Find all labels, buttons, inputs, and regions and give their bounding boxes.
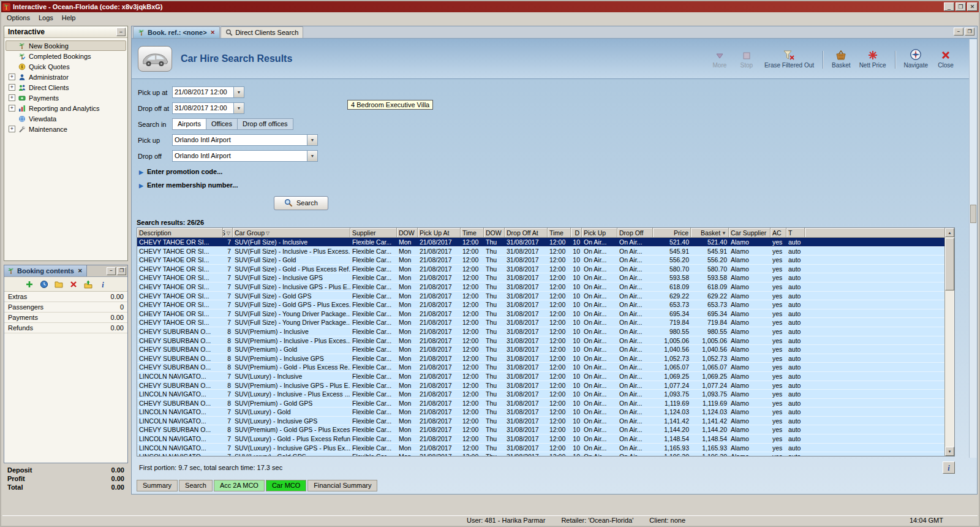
table-row[interactable]: LINCOLN NAVIGATO...7SUV(Luxury) - Gold G… (137, 452, 944, 456)
table-row[interactable]: CHEVY TAHOE OR SI...7SUV(Full Size) - Go… (137, 265, 944, 274)
table-row[interactable]: CHEVY TAHOE OR SI...7SUV(Full Size) - In… (137, 273, 944, 282)
panel-restore-button[interactable]: ❐ (117, 267, 126, 275)
table-row[interactable]: CHEVY SUBURBAN O...8SUV(Premium) - Inclu… (137, 354, 944, 363)
column-header-ac[interactable]: AC (771, 228, 786, 238)
menu-logs[interactable]: Logs (34, 13, 58, 23)
export-button[interactable] (83, 279, 93, 289)
sidebar-item-new-booking[interactable]: New Booking (6, 40, 126, 51)
table-row[interactable]: CHEVY TAHOE OR SI...7SUV(Full Size) - Go… (137, 300, 944, 309)
booking-contents-tab[interactable]: Booking contents ✕ (4, 265, 87, 276)
search-button[interactable]: Search (274, 196, 328, 210)
scrollbar-thumb[interactable] (945, 238, 954, 290)
table-row[interactable]: CHEVY TAHOE OR SI...7SUV(Full Size) - Yo… (137, 309, 944, 319)
table-row[interactable]: CHEVY SUBURBAN O...8SUV(Premium) - Inclu… (137, 336, 944, 346)
close-button[interactable]: Close (937, 48, 955, 69)
table-row[interactable]: CHEVY SUBURBAN O...8SUV(Premium) - Gold … (137, 425, 944, 434)
pickup-location-combobox[interactable]: Orlando Intl Airport (172, 134, 318, 146)
expander-icon[interactable]: + (9, 105, 15, 112)
expander-icon[interactable]: + (9, 126, 15, 132)
delete-button[interactable] (69, 279, 78, 289)
column-header-supplier[interactable]: Supplier (350, 228, 397, 238)
table-row[interactable]: CHEVY TAHOE OR SI...7SUV(Full Size) - In… (137, 238, 944, 247)
content-scrollbar[interactable] (969, 39, 977, 458)
sidebar-item-completed-bookings[interactable]: Completed Bookings (6, 51, 126, 61)
search-in-tab-offices[interactable]: Offices (206, 118, 238, 130)
sidebar-item-reporting-and-analytics[interactable]: +Reporting and Analytics (6, 103, 126, 113)
search-in-tab-drop-off-offices[interactable]: Drop off offices (237, 118, 293, 130)
maximize-button[interactable]: ❐ (956, 2, 966, 11)
table-row[interactable]: CHEVY SUBURBAN O...8SUV(Premium) - GoldF… (137, 345, 944, 354)
erase-filtered-out-button[interactable]: Erase Filtered Out (764, 48, 814, 69)
sidebar-item-quick-quotes[interactable]: Quick Quotes (6, 61, 126, 72)
sidebar-item-viewdata[interactable]: Viewdata (6, 113, 126, 124)
dropoff-at-combobox[interactable]: 31/08/2017 12:00 (172, 102, 244, 114)
tab-book-ref-none[interactable]: Book. ref.: <none>✕ (133, 26, 220, 38)
search-in-tab-airports[interactable]: Airports (172, 118, 206, 130)
minimize-button[interactable]: _ (944, 2, 954, 11)
column-header-time[interactable]: Time (548, 228, 571, 238)
chevron-down-icon[interactable] (307, 135, 317, 145)
menu-options[interactable]: Options (2, 13, 34, 23)
column-header-car-supplier[interactable]: Car Supplier (729, 228, 771, 238)
table-row[interactable]: CHEVY SUBURBAN O...8SUV(Premium) - Gold … (137, 363, 944, 372)
filter-icon[interactable]: ▽ (227, 230, 230, 236)
dropoff-location-combobox[interactable]: Orlando Intl Airport (172, 150, 318, 162)
table-row[interactable]: CHEVY TAHOE OR SI...7SUV(Full Size) - In… (137, 247, 944, 256)
table-row[interactable]: CHEVY TAHOE OR SI...7SUV(Full Size) - Go… (137, 292, 944, 301)
tab-direct-clients-search[interactable]: Direct Clients Search (221, 26, 303, 38)
info-button[interactable]: i (943, 461, 955, 474)
column-header-drop-off-at[interactable]: Drop Off At (505, 228, 548, 238)
column-header-price[interactable]: Price (653, 228, 691, 238)
scroll-up-icon[interactable] (945, 228, 954, 237)
add-button[interactable] (24, 279, 34, 289)
membership-number-expander[interactable]: Enter membership number... (139, 181, 977, 189)
chevron-down-icon[interactable] (233, 87, 244, 97)
open-button[interactable] (54, 279, 64, 289)
table-row[interactable]: CHEVY TAHOE OR SI...7SUV(Full Size) - Go… (137, 256, 944, 265)
table-row[interactable]: CHEVY SUBURBAN O...8SUV(Premium) - Gold … (137, 399, 944, 408)
table-row[interactable]: LINCOLN NAVIGATO...7SUV(Luxury) - GoldFl… (137, 408, 944, 417)
booking-row-payments[interactable]: Payments0.00 (4, 313, 127, 323)
column-header-car-group[interactable]: Car Group▽ (233, 228, 350, 238)
column-header-description[interactable]: Description (137, 228, 223, 238)
filter-icon[interactable]: ▽ (266, 230, 270, 236)
panel-minimize-button[interactable]: − (107, 267, 116, 275)
column-header-d[interactable]: D (571, 228, 582, 238)
table-row[interactable]: LINCOLN NAVIGATO...7SUV(Luxury) - Inclus… (137, 372, 944, 381)
close-panel-icon[interactable]: ✕ (77, 268, 84, 274)
basket-button[interactable]: Basket (832, 48, 851, 69)
chevron-down-icon[interactable] (233, 103, 244, 113)
column-header-pick-up-at[interactable]: Pick Up At (418, 228, 461, 238)
table-row[interactable]: CHEVY SUBURBAN O...8SUV(Premium) - Inclu… (137, 381, 944, 390)
table-row[interactable]: LINCOLN NAVIGATO...7SUV(Luxury) - Inclus… (137, 390, 944, 399)
column-header-drop-off[interactable]: Drop Off (617, 228, 653, 238)
column-header-dow[interactable]: DOW (397, 228, 418, 238)
column-header-dow[interactable]: DOW (484, 228, 505, 238)
tab-summary[interactable]: Summary (137, 480, 178, 491)
scrollbar-track[interactable] (945, 237, 954, 447)
expander-icon[interactable]: + (9, 84, 15, 91)
booking-row-extras[interactable]: Extras0.00 (4, 292, 127, 302)
child-restore-button[interactable]: ❐ (965, 28, 974, 36)
tab-financial-summary[interactable]: Financial Summary (307, 480, 377, 491)
navigate-button[interactable]: Navigate (904, 48, 928, 69)
content-scrollbar-thumb[interactable] (970, 205, 976, 223)
booking-row-passengers[interactable]: Passengers0 (4, 302, 127, 313)
tab-car-mco[interactable]: Car MCO (266, 480, 306, 491)
table-row[interactable]: CHEVY TAHOE OR SI...7SUV(Full Size) - Yo… (137, 318, 944, 327)
info-button[interactable]: i (98, 279, 108, 289)
collapse-panel-button[interactable]: − (116, 28, 126, 36)
sidebar-item-direct-clients[interactable]: +Direct Clients (6, 82, 126, 93)
expander-icon[interactable]: + (9, 74, 15, 80)
booking-row-refunds[interactable]: Refunds0.00 (4, 323, 127, 333)
table-row[interactable]: LINCOLN NAVIGATO...7SUV(Luxury) - Inclus… (137, 417, 944, 426)
scroll-down-icon[interactable] (945, 447, 954, 456)
close-tab-icon[interactable]: ✕ (211, 29, 216, 36)
pickup-at-combobox[interactable]: 21/08/2017 12:00 (172, 86, 244, 98)
sidebar-item-administrator[interactable]: +Administrator (6, 72, 126, 82)
promotion-code-expander[interactable]: Enter promotion code... (139, 168, 977, 175)
table-scrollbar[interactable] (944, 228, 954, 456)
table-row[interactable]: CHEVY SUBURBAN O...8SUV(Premium) - Inclu… (137, 327, 944, 336)
column-header-pick-up[interactable]: Pick Up (582, 228, 617, 238)
column-header-time[interactable]: Time (461, 228, 484, 238)
